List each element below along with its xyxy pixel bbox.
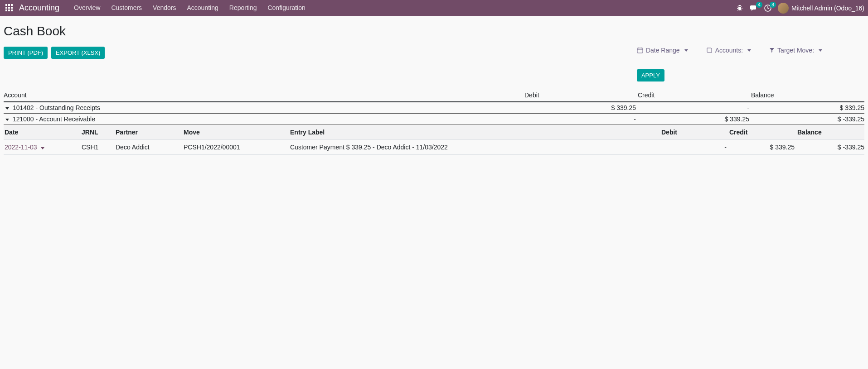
col-credit: Credit xyxy=(638,90,751,102)
cell-credit: $ 339.25 xyxy=(728,140,796,155)
detail-row: 2022-11-03 CSH1 Deco Addict PCSH1/2022/0… xyxy=(4,140,864,155)
cell-balance: $ -339.25 xyxy=(751,114,864,125)
nav-link-configuration[interactable]: Configuration xyxy=(262,0,310,16)
cell-balance: $ 339.25 xyxy=(751,102,864,114)
cell-debit: $ 339.25 xyxy=(524,102,638,114)
apps-icon[interactable] xyxy=(5,4,14,12)
summary-row[interactable]: 101402 - Outstanding Receipts $ 339.25 -… xyxy=(4,102,864,114)
cell-credit: $ 339.25 xyxy=(638,114,751,125)
chevron-down-icon xyxy=(819,49,822,52)
filter-accounts-label: Accounts: xyxy=(715,47,743,54)
page-body: Cash Book PRINT (PDF) EXPORT (XLSX) Date… xyxy=(0,16,868,155)
avatar xyxy=(778,3,789,14)
book-icon xyxy=(706,47,713,53)
filter-target-move[interactable]: Target Move: xyxy=(769,47,822,54)
nav-link-vendors[interactable]: Vendors xyxy=(147,0,181,16)
page-title: Cash Book xyxy=(4,24,864,38)
summary-row[interactable]: 121000 - Account Receivable - $ 339.25 $… xyxy=(4,114,864,125)
chevron-down-icon xyxy=(41,147,44,149)
controls-row: PRINT (PDF) EXPORT (XLSX) Date Range Acc… xyxy=(4,47,864,81)
messaging-icon[interactable]: 4 xyxy=(750,5,758,12)
summary-table: Account Debit Credit Balance 101402 - Ou… xyxy=(4,90,864,125)
messaging-badge: 4 xyxy=(756,2,762,8)
export-xlsx-button[interactable]: EXPORT (XLSX) xyxy=(51,47,105,59)
filter-date-range[interactable]: Date Range xyxy=(637,47,688,54)
nav-link-reporting[interactable]: Reporting xyxy=(224,0,262,16)
col-partner: Partner xyxy=(115,125,183,140)
col-date: Date xyxy=(4,125,81,140)
col-jrnl: JRNL xyxy=(81,125,115,140)
cell-move: PCSH1/2022/00001 xyxy=(183,140,289,155)
activity-icon[interactable]: 8 xyxy=(764,5,771,12)
filter-target-move-label: Target Move: xyxy=(777,47,814,54)
svg-rect-1 xyxy=(637,48,643,53)
filter-accounts[interactable]: Accounts: xyxy=(706,47,751,54)
detail-table: Date JRNL Partner Move Entry Label Debit… xyxy=(4,125,864,155)
col-account: Account xyxy=(4,90,524,102)
cell-entry-label: Customer Payment $ 339.25 - Deco Addict … xyxy=(289,140,660,155)
user-menu[interactable]: Mitchell Admin (Odoo_16) xyxy=(778,3,864,14)
col-balance: Balance xyxy=(796,125,864,140)
top-navbar: Accounting Overview Customers Vendors Ac… xyxy=(0,0,868,16)
print-pdf-button[interactable]: PRINT (PDF) xyxy=(4,47,48,59)
chevron-down-icon xyxy=(747,49,751,52)
account-name: 121000 - Account Receivable xyxy=(13,115,95,123)
app-brand[interactable]: Accounting xyxy=(19,3,59,13)
col-entry-label: Entry Label xyxy=(289,125,660,140)
summary-area: Account Debit Credit Balance 101402 - Ou… xyxy=(4,90,864,155)
cell-debit: - xyxy=(660,140,728,155)
calendar-icon xyxy=(637,47,643,53)
cell-debit: - xyxy=(524,114,638,125)
cell-balance: $ -339.25 xyxy=(796,140,864,155)
col-debit: Debit xyxy=(524,90,638,102)
export-buttons: PRINT (PDF) EXPORT (XLSX) xyxy=(4,47,107,59)
col-balance: Balance xyxy=(751,90,864,102)
col-credit: Credit xyxy=(728,125,796,140)
filters: Date Range Accounts: Target Move: APPLY xyxy=(637,47,864,81)
filter-date-range-label: Date Range xyxy=(646,47,680,54)
nav-link-overview[interactable]: Overview xyxy=(68,0,106,16)
account-name: 101402 - Outstanding Receipts xyxy=(13,104,100,111)
apply-button[interactable]: APPLY xyxy=(637,69,664,81)
cell-partner: Deco Addict xyxy=(115,140,183,155)
filter-icon xyxy=(769,48,775,53)
col-debit: Debit xyxy=(660,125,728,140)
cell-credit: - xyxy=(638,102,751,114)
user-name: Mitchell Admin (Odoo_16) xyxy=(791,5,864,12)
bug-icon[interactable] xyxy=(736,5,743,12)
navbar-right: 4 8 Mitchell Admin (Odoo_16) xyxy=(736,3,864,14)
activity-badge: 8 xyxy=(770,2,776,8)
entry-date-link[interactable]: 2022-11-03 xyxy=(5,144,44,151)
caret-down-icon[interactable] xyxy=(5,107,9,110)
caret-down-icon[interactable] xyxy=(5,119,9,121)
navbar-left: Accounting Overview Customers Vendors Ac… xyxy=(4,0,311,16)
col-move: Move xyxy=(183,125,289,140)
nav-link-customers[interactable]: Customers xyxy=(106,0,147,16)
nav-link-accounting[interactable]: Accounting xyxy=(181,0,223,16)
cell-jrnl: CSH1 xyxy=(81,140,115,155)
entry-date: 2022-11-03 xyxy=(5,144,37,151)
nav-links: Overview Customers Vendors Accounting Re… xyxy=(68,0,311,16)
chevron-down-icon xyxy=(684,49,688,52)
